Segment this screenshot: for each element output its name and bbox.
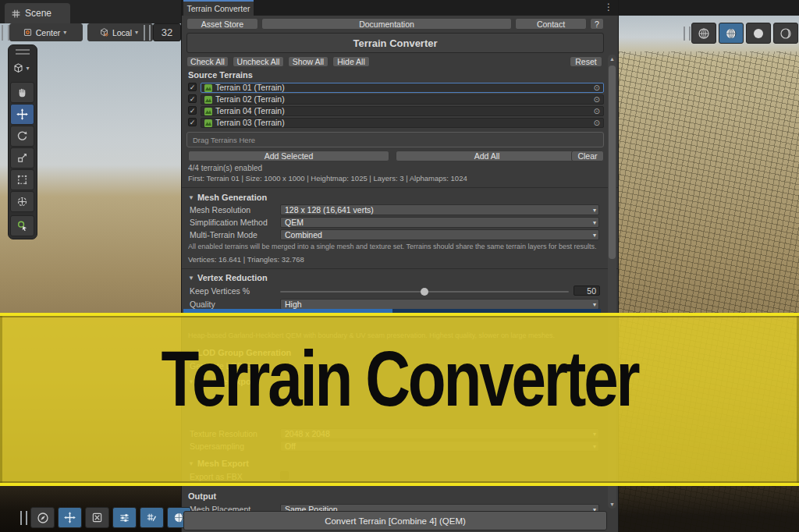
scroll-down-icon[interactable]: ▼ (608, 502, 616, 507)
hand-tool-button[interactable] (10, 82, 34, 103)
help-button[interactable]: ? (590, 18, 604, 30)
foldout-icon: ▼ (188, 275, 194, 282)
convert-terrain-button[interactable]: Convert Terrain [Combine 4] (QEM) (183, 511, 607, 530)
cube-icon (12, 62, 24, 74)
panel-menu-icon[interactable]: ⋮ (604, 2, 613, 12)
keep-vertices-value-field[interactable]: 50 (574, 286, 600, 296)
reset-button[interactable]: Reset (570, 56, 602, 67)
move-overlay-button[interactable] (58, 507, 82, 528)
compass-icon (37, 512, 49, 524)
pivot-mode-dropdown[interactable]: Center ▾ (9, 23, 83, 41)
show-all-button[interactable]: Show All (288, 56, 328, 67)
keep-vertices-slider[interactable] (280, 291, 569, 293)
terrain-row[interactable]: Terrain 04 (Terrain) ⊙ (201, 106, 604, 116)
enabled-count-text: 4/4 terrain(s) enabled (188, 164, 262, 172)
mesh-generation-header[interactable]: ▼ Mesh Generation (188, 193, 267, 202)
custom-tool-icon (16, 220, 28, 232)
transform-icon (16, 196, 28, 207)
chevron-down-icon: ▾ (135, 29, 138, 36)
overlay-drag-handle[interactable] (20, 511, 27, 525)
mesh-generation-help-text: All enabled terrains will be merged into… (188, 243, 599, 250)
shaded-wireframe-mode-button[interactable] (719, 23, 744, 44)
uncheck-all-button[interactable]: Uncheck All (233, 56, 284, 67)
rect-tool-icon (16, 174, 28, 186)
scroll-up-icon[interactable]: ▲ (608, 56, 616, 62)
simplification-method-dropdown[interactable]: QEM ▾ (280, 217, 599, 228)
scale-icon (16, 152, 28, 164)
quality-value: High (285, 300, 302, 309)
divider (182, 268, 618, 269)
object-picker-icon[interactable]: ⊙ (594, 108, 600, 115)
vertex-reduction-title: Vertex Reduction (197, 273, 268, 282)
tool-settings-dropdown[interactable]: ▾ (10, 58, 35, 79)
mesh-stats-text: Vertices: 16.641 | Triangles: 32.768 (188, 255, 304, 264)
grid-pen-icon (146, 512, 158, 523)
view-options-button[interactable] (112, 507, 137, 528)
grid-snap-button[interactable] (140, 507, 164, 528)
toolbar-drag-handle[interactable] (2, 25, 9, 41)
links-row: Asset Store Documentation Contact ? (186, 18, 604, 30)
object-picker-icon[interactable]: ⊙ (594, 119, 600, 127)
scale-tool-button[interactable] (10, 147, 34, 168)
tab-terrain-converter[interactable]: Terrain Converter (183, 0, 254, 16)
documentation-button[interactable]: Documentation (261, 18, 512, 30)
overlay-drag-handle[interactable] (684, 27, 691, 41)
simplification-method-value: QEM (285, 218, 304, 227)
scrollbar-thumb[interactable] (609, 66, 616, 259)
dropdown-caret-icon: ▾ (593, 218, 596, 228)
clear-button[interactable]: Clear (571, 151, 604, 161)
mesh-generation-title: Mesh Generation (197, 193, 267, 202)
wireframe-mode-button[interactable] (691, 23, 716, 44)
lighting-mode-button[interactable] (773, 23, 798, 44)
rotate-tool-button[interactable] (10, 126, 34, 147)
terrain-row[interactable]: Terrain 02 (Terrain) ⊙ (201, 94, 604, 105)
view-mode-toolbar (691, 23, 798, 44)
divider (182, 187, 618, 188)
rect-tool-button[interactable] (10, 169, 34, 190)
scene-tools-button[interactable] (85, 507, 109, 528)
custom-tool-button[interactable] (10, 215, 34, 236)
rotation-mode-label: Local (112, 28, 132, 37)
contact-button[interactable]: Contact (515, 18, 587, 30)
object-picker-icon[interactable]: ⊙ (594, 96, 600, 104)
hide-all-button[interactable]: Hide All (332, 56, 370, 67)
gizmo-compass-button[interactable] (30, 507, 55, 528)
mesh-resolution-label: Mesh Resolution (190, 205, 250, 215)
check-all-button[interactable]: Check All (186, 56, 229, 67)
slider-thumb[interactable] (421, 288, 428, 296)
cube-icon (99, 27, 109, 37)
move-icon (16, 108, 28, 120)
simplification-method-label: Simplification Method (190, 218, 268, 227)
terrain-row[interactable]: Terrain 03 (Terrain) ⊙ (201, 118, 604, 128)
drag-terrains-dropzone[interactable]: Drag Terrains Here (186, 132, 604, 147)
multi-terrain-mode-label: Multi-Terrain Mode (190, 230, 257, 239)
mesh-resolution-dropdown[interactable]: 128 x 128 (16,641 verts) ▾ (280, 204, 599, 215)
overlay-drag-handle[interactable] (16, 49, 30, 55)
multi-terrain-mode-dropdown[interactable]: Combined ▾ (280, 229, 599, 240)
object-picker-icon[interactable]: ⊙ (594, 84, 600, 92)
asset-store-button[interactable]: Asset Store (186, 18, 258, 30)
tab-scene[interactable]: Scene (5, 3, 70, 23)
terrain-row-label: Terrain 03 (Terrain) (215, 119, 591, 127)
source-terrains-label: Source Terrains (188, 70, 253, 80)
transform-tool-button[interactable] (10, 191, 34, 212)
grid-snap-size-field[interactable]: 32 (153, 23, 181, 41)
terrain-checkbox[interactable]: ✓ (188, 106, 197, 115)
dropdown-caret-icon: ▾ (593, 231, 596, 240)
pivot-icon (23, 27, 33, 37)
scene-tools-overlay: ▾ (8, 44, 37, 239)
terrain-row[interactable]: Terrain 01 (Terrain) ⊙ (201, 83, 604, 93)
add-all-button[interactable]: Add All (396, 151, 578, 161)
move-tool-button[interactable] (10, 104, 34, 125)
terrain-checkbox[interactable]: ✓ (188, 118, 197, 126)
add-selected-button[interactable]: Add Selected (188, 151, 389, 161)
output-title: Output (188, 491, 216, 501)
terrain-checkbox[interactable]: ✓ (188, 83, 197, 91)
shaded-mode-button[interactable] (746, 23, 771, 44)
foldout-icon: ▼ (188, 194, 194, 201)
pivot-mode-label: Center (36, 28, 61, 37)
quality-dropdown[interactable]: High ▾ (280, 299, 599, 310)
terrain-checkbox[interactable]: ✓ (188, 94, 197, 103)
vertex-reduction-header[interactable]: ▼ Vertex Reduction (188, 273, 268, 282)
toolbar-drag-handle[interactable] (144, 25, 151, 41)
